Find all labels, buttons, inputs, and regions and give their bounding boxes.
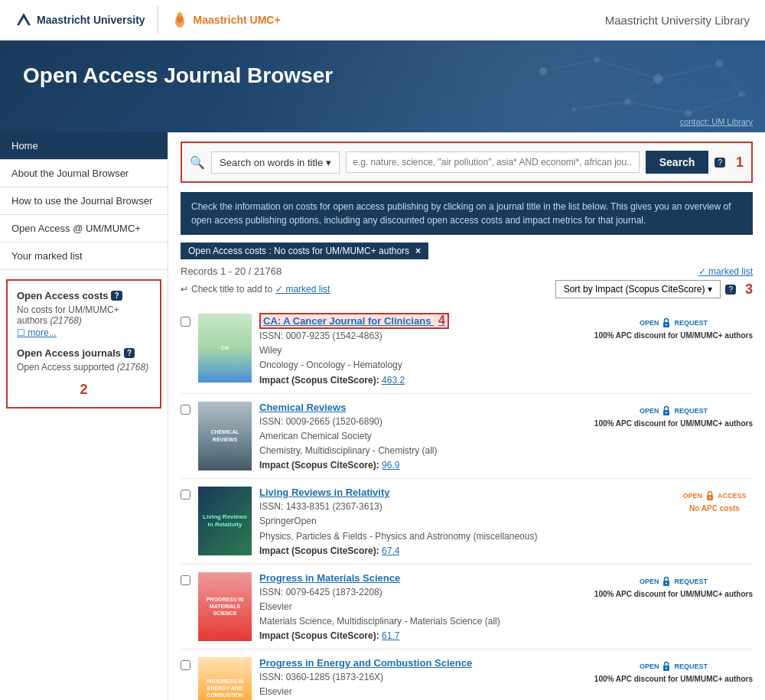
journal-meta-3: ISSN: 1433-8351 (2367-3613) SpringerOpen… [259, 500, 669, 544]
svg-point-24 [666, 412, 667, 413]
svg-line-13 [543, 60, 597, 71]
sidebar-link-open-access[interactable]: Open Access @ UM/MUMC+ [0, 215, 168, 243]
hero-contact[interactable]: contact: UM Library [680, 117, 753, 126]
journal-checkbox-5[interactable] [181, 660, 190, 670]
check-bar-left: ↵ Check title to add to ✓ marked list [181, 284, 330, 295]
filter-costs-help[interactable]: ? [111, 291, 122, 301]
journal-title-3[interactable]: Living Reviews in Relativity [259, 487, 390, 498]
filter-journals-title: Open Access journals ? [17, 347, 151, 359]
svg-point-30 [666, 668, 667, 669]
content-area: 🔍 Search on words in title ▾ Search ? 1 … [168, 132, 765, 700]
open-access-journals-filter: Open Access journals ? Open Access suppo… [17, 347, 151, 373]
journal-info-5: Progress in Energy and Combustion Scienc… [259, 657, 587, 700]
filter-costs-more[interactable]: more... [17, 327, 151, 338]
journal-info-2: Chemical Reviews ISSN: 0009-2665 (1520-6… [259, 402, 587, 471]
check-marked-list-link[interactable]: ✓ marked list [275, 284, 330, 295]
sort-red-num: 3 [745, 282, 753, 298]
records-count: Records 1 - 20 / 21768 [181, 265, 282, 277]
journal-cover-5: PROGRESS IN ENERGY AND COMBUSTION SCIENC… [198, 657, 252, 700]
marked-list-link[interactable]: marked list [698, 266, 753, 277]
journal-title-1[interactable]: CA: A Cancer Journal for Clinicians 4 [259, 313, 449, 329]
access-lock-icon-4 [660, 575, 672, 588]
journal-impact-1: Impact (Scopus CiteScore): 463.2 [259, 375, 587, 386]
mu-logo: Maastricht University [15, 11, 145, 28]
journal-list: CA CA: A Cancer Journal for Clinicians 4… [181, 306, 753, 700]
check-bar-text: Check title to add to [191, 284, 272, 295]
access-open-label-1: OPEN [640, 319, 659, 327]
access-request-label-1: REQUEST [674, 319, 708, 327]
search-help-badge[interactable]: ? [715, 158, 725, 168]
mu-logo-text: Maastricht University [37, 14, 145, 26]
journal-checkbox-2[interactable] [181, 405, 190, 415]
sidebar-link-how-to[interactable]: How to use the Journal Browser [0, 187, 168, 215]
journal-cover-2: CHEMICAL REVIEWS [198, 402, 252, 470]
journal-impact-link-1[interactable]: 463.2 [382, 375, 405, 386]
check-arrow-icon: ↵ [181, 284, 188, 295]
journal-checkbox-3[interactable] [181, 490, 190, 500]
journal-item-3: Living Reviews in Relativity Living Revi… [181, 479, 753, 565]
journal-item-2: CHEMICAL REVIEWS Chemical Reviews ISSN: … [181, 394, 753, 480]
journal-info-4: Progress in Materials Science ISSN: 0079… [259, 572, 587, 642]
sidebar-item-marked-list[interactable]: Your marked list [0, 243, 168, 270]
access-text-3: No APC costs [689, 503, 740, 513]
journal-access-1: OPEN REQUEST 100% APC discount for UM/MU… [594, 314, 753, 340]
svg-point-28 [666, 582, 667, 584]
filter-journals-help[interactable]: ? [124, 348, 135, 358]
svg-line-19 [719, 63, 742, 94]
sidebar-link-home[interactable]: Home [0, 132, 168, 160]
sidebar-item-home[interactable]: Home [0, 132, 168, 160]
journal-access-3: OPEN ACCESS No APC costs [676, 487, 753, 513]
filter-journals-item: Open Access supported (21768) [17, 362, 151, 373]
svg-line-17 [574, 102, 627, 109]
library-title: Maastricht University Library [605, 14, 750, 27]
journal-title-2[interactable]: Chemical Reviews [259, 402, 346, 413]
search-type-dropdown[interactable]: Search on words in title ▾ [211, 151, 340, 174]
sidebar-item-open-access[interactable]: Open Access @ UM/MUMC+ [0, 215, 168, 243]
logo-divider [158, 6, 158, 34]
check-bar-right: Sort by Impact (Scopus CiteScore) ? 3 [555, 280, 753, 298]
filter-tag: Open Access costs : No costs for UM/MUMC… [181, 243, 428, 259]
sidebar-link-about[interactable]: About the Journal Browser [0, 160, 168, 187]
journal-checkbox-4[interactable] [181, 575, 190, 585]
journal-title-5[interactable]: Progress in Energy and Combustion Scienc… [259, 657, 472, 669]
sidebar: Home About the Journal Browser How to us… [0, 132, 168, 700]
access-badge-4: OPEN REQUEST 100% APC discount for UM/MU… [594, 575, 753, 599]
search-button[interactable]: Search [646, 151, 709, 174]
search-box: 🔍 Search on words in title ▾ Search ? 1 [181, 142, 753, 183]
access-text-4: 100% APC discount for UM/MUMC+ authors [594, 589, 753, 599]
access-badge-2: OPEN REQUEST 100% APC discount for UM/MU… [594, 405, 753, 428]
journal-impact-4: Impact (Scopus CiteScore): 61.7 [259, 630, 587, 641]
sidebar-nav: Home About the Journal Browser How to us… [0, 132, 168, 270]
sidebar-link-marked-list[interactable]: Your marked list [0, 243, 168, 270]
hero-contact-link[interactable]: contact: UM Library [680, 117, 753, 126]
sidebar-item-about[interactable]: About the Journal Browser [0, 160, 168, 187]
journal-info-3: Living Reviews in Relativity ISSN: 1433-… [259, 487, 669, 556]
journal-impact-link-4[interactable]: 61.7 [382, 630, 399, 641]
sort-help-badge[interactable]: ? [725, 285, 736, 295]
records-bar: Records 1 - 20 / 21768 marked list [181, 265, 753, 277]
access-text-1: 100% APC discount for UM/MUMC+ authors [594, 330, 753, 340]
journal-cover-4: PROGRESS IN MATERIALS SCIENCE [198, 572, 252, 641]
journal-impact-link-3[interactable]: 67.4 [382, 545, 399, 556]
logo-area: Maastricht University Maastricht UMC+ [15, 6, 281, 34]
search-red-num: 1 [736, 155, 744, 171]
mumc-logo-text: Maastricht UMC+ [194, 14, 281, 26]
journal-item-5: PROGRESS IN ENERGY AND COMBUSTION SCIENC… [181, 650, 753, 700]
journal-item-1: CA CA: A Cancer Journal for Clinicians 4… [181, 306, 753, 394]
journal-meta-1: ISSN: 0007-9235 (1542-4863) Wiley Oncolo… [259, 329, 587, 373]
svg-line-16 [627, 79, 658, 102]
filter-costs-item: No costs for UM/MUMC+ authors (21768) [17, 304, 151, 326]
journal-title-4[interactable]: Progress in Materials Science [259, 572, 400, 584]
sort-dropdown[interactable]: Sort by Impact (Scopus CiteScore) [555, 280, 721, 298]
svg-line-18 [627, 102, 688, 113]
access-lock-icon-2 [660, 405, 672, 417]
svg-line-14 [597, 60, 658, 79]
journal-checkbox-1[interactable] [181, 317, 190, 327]
search-input[interactable] [346, 151, 640, 173]
journal-meta-4: ISSN: 0079-6425 (1873-2208) Elsevier Mat… [259, 585, 587, 630]
filter-tag-close[interactable]: × [415, 246, 421, 256]
journal-impact-link-2[interactable]: 96.9 [382, 460, 399, 470]
sidebar-item-how-to[interactable]: How to use the Journal Browser [0, 187, 168, 215]
dropdown-chevron-icon: ▾ [326, 157, 331, 168]
sidebar-red-label: 2 [17, 382, 151, 398]
